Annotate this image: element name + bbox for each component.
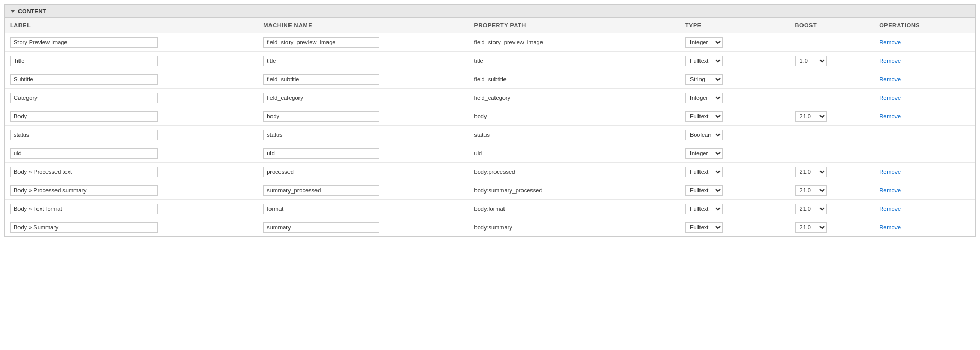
table-row: field_story_preview_imageIntegerFulltext… [5, 33, 975, 52]
table-row: bodyIntegerFulltextStringBoolean1.02.03.… [5, 107, 975, 126]
property-path-value: body:summary_processed [474, 187, 543, 194]
property-path-value: field_category [474, 95, 511, 101]
label-input[interactable] [10, 204, 158, 214]
property-path-value: body:summary [474, 224, 512, 231]
boost-select[interactable]: 1.02.03.05.08.013.021.0 [795, 167, 827, 177]
property-path-value: body:processed [474, 169, 516, 175]
machine-name-input[interactable] [263, 204, 379, 214]
remove-link[interactable]: Remove [879, 58, 901, 64]
property-path-value: field_story_preview_image [474, 39, 543, 45]
machine-name-input[interactable] [263, 56, 379, 66]
machine-name-input[interactable] [263, 148, 379, 159]
label-input[interactable] [10, 167, 158, 177]
col-header-label: LABEL [5, 18, 258, 33]
remove-link[interactable]: Remove [879, 169, 901, 175]
label-input[interactable] [10, 56, 158, 66]
remove-link[interactable]: Remove [879, 206, 901, 212]
table-row: uidIntegerFulltextStringBoolean [5, 144, 975, 163]
table-row: body:summary_processedIntegerFulltextStr… [5, 181, 975, 200]
boost-select[interactable]: 1.02.03.05.08.013.021.0 [795, 185, 827, 196]
label-input[interactable] [10, 222, 158, 233]
label-input[interactable] [10, 130, 158, 140]
col-header-property: PROPERTY PATH [469, 18, 680, 33]
label-input[interactable] [10, 148, 158, 159]
label-input[interactable] [10, 74, 158, 85]
boost-select[interactable]: 1.02.03.05.08.013.021.0 [795, 111, 827, 122]
col-header-machine: MACHINE NAME [258, 18, 469, 33]
remove-link[interactable]: Remove [879, 187, 901, 194]
machine-name-input[interactable] [263, 222, 379, 233]
boost-select[interactable]: 1.02.03.05.08.013.021.0 [795, 222, 827, 233]
label-input[interactable] [10, 37, 158, 48]
boost-select[interactable]: 1.02.03.05.08.013.021.0 [795, 56, 827, 66]
type-select[interactable]: IntegerFulltextStringBoolean [685, 130, 723, 140]
machine-name-input[interactable] [263, 167, 379, 177]
table-row: titleIntegerFulltextStringBoolean1.02.03… [5, 52, 975, 70]
content-section: CONTENT LABEL MACHINE NAME PROPERTY PATH… [4, 4, 976, 237]
table-row: body:formatIntegerFulltextStringBoolean1… [5, 200, 975, 218]
remove-link[interactable]: Remove [879, 76, 901, 82]
type-select[interactable]: IntegerFulltextStringBoolean [685, 93, 723, 103]
label-input[interactable] [10, 185, 158, 196]
label-input[interactable] [10, 111, 158, 122]
property-path-value: field_subtitle [474, 76, 507, 82]
col-header-boost: BOOST [790, 18, 874, 33]
machine-name-input[interactable] [263, 37, 379, 48]
remove-link[interactable]: Remove [879, 39, 901, 45]
type-select[interactable]: IntegerFulltextStringBoolean [685, 185, 723, 196]
section-header: CONTENT [5, 5, 975, 18]
property-path-value: title [474, 58, 483, 64]
table-row: statusIntegerFulltextStringBoolean [5, 126, 975, 144]
machine-name-input[interactable] [263, 111, 379, 122]
type-select[interactable]: IntegerFulltextStringBoolean [685, 204, 723, 214]
section-title: CONTENT [18, 8, 46, 14]
label-input[interactable] [10, 93, 158, 103]
machine-name-input[interactable] [263, 185, 379, 196]
property-path-value: status [474, 132, 490, 138]
machine-name-input[interactable] [263, 74, 379, 85]
remove-link[interactable]: Remove [879, 95, 901, 101]
type-select[interactable]: IntegerFulltextStringBoolean [685, 222, 723, 233]
property-path-value: body:format [474, 206, 505, 212]
type-select[interactable]: IntegerFulltextStringBoolean [685, 56, 723, 66]
property-path-value: uid [474, 150, 482, 156]
type-select[interactable]: IntegerFulltextStringBoolean [685, 167, 723, 177]
col-header-type: TYPE [680, 18, 790, 33]
type-select[interactable]: IntegerFulltextStringBoolean [685, 37, 723, 48]
collapse-icon [10, 10, 15, 13]
type-select[interactable]: IntegerFulltextStringBoolean [685, 111, 723, 122]
table-header-row: LABEL MACHINE NAME PROPERTY PATH TYPE BO… [5, 18, 975, 33]
table-row: field_subtitleIntegerFulltextStringBoole… [5, 70, 975, 89]
table-row: field_categoryIntegerFulltextStringBoole… [5, 89, 975, 107]
table-row: body:processedIntegerFulltextStringBoole… [5, 163, 975, 181]
col-header-operations: OPERATIONS [874, 18, 975, 33]
remove-link[interactable]: Remove [879, 224, 901, 231]
type-select[interactable]: IntegerFulltextStringBoolean [685, 148, 723, 159]
fields-table: LABEL MACHINE NAME PROPERTY PATH TYPE BO… [5, 18, 975, 236]
machine-name-input[interactable] [263, 130, 379, 140]
machine-name-input[interactable] [263, 93, 379, 103]
property-path-value: body [474, 113, 487, 119]
table-row: body:summaryIntegerFulltextStringBoolean… [5, 218, 975, 237]
table-body: field_story_preview_imageIntegerFulltext… [5, 33, 975, 237]
remove-link[interactable]: Remove [879, 113, 901, 119]
boost-select[interactable]: 1.02.03.05.08.013.021.0 [795, 204, 827, 214]
type-select[interactable]: IntegerFulltextStringBoolean [685, 74, 723, 85]
